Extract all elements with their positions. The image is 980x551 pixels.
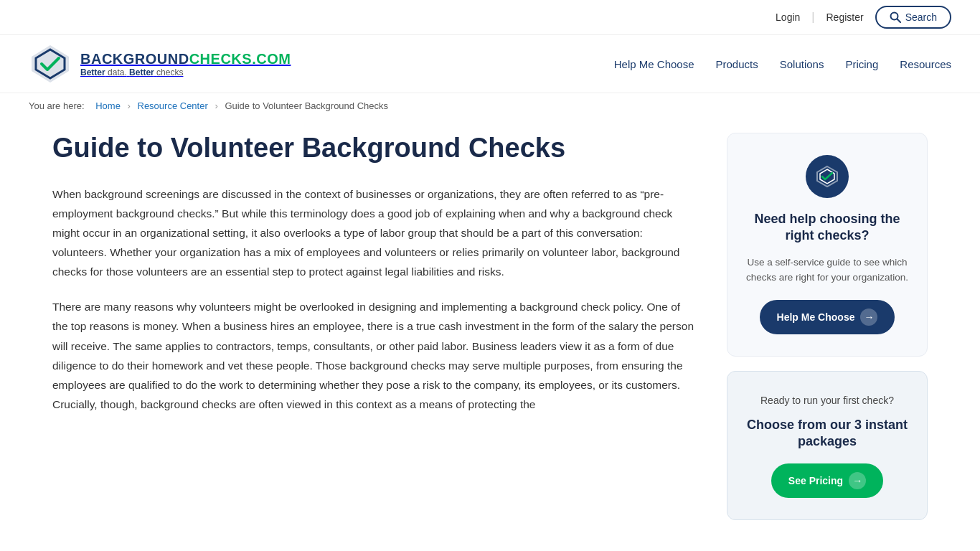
help-logo-icon [816, 165, 839, 188]
nav-solutions[interactable]: Solutions [780, 58, 824, 70]
logo-bc: BACKGROUND [80, 51, 189, 67]
logo-text: BACKGROUNDCHECKS.COM Better data. Better… [80, 51, 291, 77]
arrow-circle-icon: → [860, 309, 877, 326]
breadcrumb-home[interactable]: Home [95, 100, 121, 111]
article-paragraph-1: When background screenings are discussed… [52, 184, 698, 282]
card-icon-help [806, 155, 849, 198]
svg-line-1 [897, 19, 900, 23]
breadcrumb-sep1: › [128, 100, 131, 111]
you-are-here: You are here: [29, 100, 85, 111]
separator: | [811, 11, 814, 24]
sidebar: Need help choosing the right checks? Use… [727, 133, 928, 534]
sidebar-card-pricing: Ready to run your first check? Choose fr… [727, 371, 928, 520]
logo-link[interactable]: BACKGROUNDCHECKS.COM Better data. Better… [29, 42, 291, 85]
pricing-btn-label: See Pricing [788, 475, 843, 486]
help-me-choose-button[interactable]: Help Me Choose → [760, 300, 895, 334]
breadcrumb-sep2: › [215, 100, 217, 111]
tagline-data: data. [108, 67, 127, 77]
page-title: Guide to Volunteer Background Checks [52, 133, 698, 164]
main-content: Guide to Volunteer Background Checks Whe… [52, 133, 698, 534]
breadcrumb-resource-center[interactable]: Resource Center [138, 100, 208, 111]
article-paragraph-2: There are many reasons why volunteers mi… [52, 297, 698, 414]
tagline-better1: Better [80, 67, 105, 77]
card-choose-text: Choose from our 3 instant packages [745, 417, 910, 451]
arrow-circle-pricing-icon: → [849, 472, 866, 489]
search-button[interactable]: Search [875, 6, 951, 29]
help-btn-label: Help Me Choose [777, 311, 855, 323]
top-bar: Login | Register Search [0, 0, 980, 35]
logo-checks: CHECKS.COM [189, 51, 291, 67]
login-link[interactable]: Login [776, 11, 800, 23]
card-ready-text: Ready to run your first check? [745, 393, 910, 408]
card-help-desc: Use a self-service guide to see which ch… [745, 255, 910, 286]
search-icon [890, 11, 901, 23]
see-pricing-button[interactable]: See Pricing → [771, 463, 883, 498]
logo-name: BACKGROUNDCHECKS.COM [80, 51, 291, 67]
card-help-title: Need help choosing the right checks? [745, 211, 910, 245]
logo-icon [29, 42, 72, 85]
tagline-better2: Better [129, 67, 154, 77]
sidebar-card-help: Need help choosing the right checks? Use… [727, 133, 928, 357]
nav-help-me-choose[interactable]: Help Me Choose [614, 58, 694, 70]
content-wrapper: Guide to Volunteer Background Checks Whe… [24, 118, 956, 551]
tagline-checks: checks [156, 67, 183, 77]
search-label: Search [905, 11, 937, 23]
svg-marker-2 [32, 45, 69, 83]
nav-resources[interactable]: Resources [900, 58, 951, 70]
main-nav: BACKGROUNDCHECKS.COM Better data. Better… [0, 35, 980, 93]
nav-links: Help Me Choose Products Solutions Pricin… [614, 58, 951, 70]
breadcrumb-current: Guide to Volunteer Background Checks [225, 100, 388, 111]
nav-pricing[interactable]: Pricing [845, 58, 878, 70]
logo-tagline: Better data. Better checks [80, 67, 291, 77]
article-body: When background screenings are discussed… [52, 184, 698, 414]
nav-products[interactable]: Products [716, 58, 758, 70]
breadcrumb: You are here: Home › Resource Center › G… [0, 93, 980, 118]
register-link[interactable]: Register [826, 11, 864, 23]
